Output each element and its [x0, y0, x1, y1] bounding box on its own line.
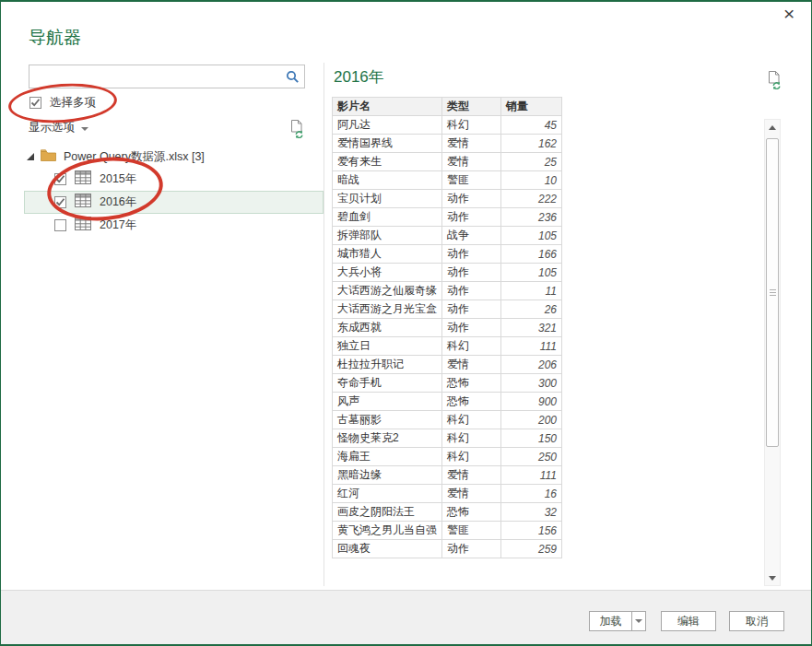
- cell-genre: 动作: [442, 282, 501, 300]
- select-multiple-checkbox[interactable]: [29, 97, 41, 109]
- cell-sales: 156: [501, 522, 562, 540]
- cell-sales: 105: [501, 264, 562, 282]
- cell-genre: 爱情: [442, 485, 501, 503]
- cell-movie-name: 大话西游之月光宝盒: [333, 300, 442, 319]
- cell-sales: 162: [501, 135, 562, 153]
- cell-genre: 爱情: [442, 153, 501, 171]
- table-icon: [75, 217, 91, 234]
- cell-movie-name: 暗战: [333, 171, 442, 190]
- select-multiple-row: 选择多项: [29, 95, 96, 110]
- refresh-preview-icon[interactable]: [768, 70, 783, 93]
- expand-triangle-icon[interactable]: [27, 153, 34, 160]
- cell-sales: 206: [501, 356, 562, 374]
- cell-movie-name: 大兵小将: [333, 264, 442, 282]
- cell-movie-name: 阿凡达: [333, 116, 442, 135]
- cell-genre: 科幻: [442, 448, 501, 466]
- cell-movie-name: 爱有来生: [333, 153, 442, 171]
- display-options-dropdown[interactable]: 显示选项: [29, 120, 88, 135]
- table-row: 爱情国界线 爱情 162: [333, 135, 562, 153]
- edit-button[interactable]: 编辑: [661, 611, 716, 631]
- cell-genre: 爱情: [442, 356, 501, 374]
- cell-sales: 111: [501, 466, 562, 485]
- table-row: 黄飞鸿之男儿当自强 警匪 156: [333, 522, 562, 540]
- table-row: 古墓丽影 科幻 200: [333, 411, 562, 429]
- cell-genre: 战争: [442, 227, 501, 245]
- load-button[interactable]: 加载: [589, 611, 632, 631]
- load-dropdown-button[interactable]: [631, 611, 646, 631]
- tree-item-checkbox[interactable]: [54, 173, 66, 185]
- cell-movie-name: 城市猎人: [333, 245, 442, 264]
- cell-genre: 动作: [442, 190, 501, 208]
- tree-item-checkbox[interactable]: [54, 196, 66, 208]
- table-row: 夺命手机 恐怖 300: [333, 374, 562, 393]
- cell-sales: 259: [501, 540, 562, 558]
- source-tree: Power Query数据源.xlsx [3] 2015年: [24, 146, 324, 237]
- cell-sales: 16: [501, 485, 562, 503]
- cell-genre: 爱情: [442, 466, 501, 485]
- table-row: 宝贝计划 动作 222: [333, 190, 562, 208]
- cell-genre: 警匪: [442, 522, 501, 540]
- cell-sales: 111: [501, 337, 562, 356]
- table-row: 爱有来生 爱情 25: [333, 153, 562, 171]
- cell-movie-name: 东成西就: [333, 319, 442, 337]
- cell-genre: 动作: [442, 300, 501, 319]
- cancel-button[interactable]: 取消: [729, 611, 784, 631]
- tree-item-row[interactable]: 2015年: [24, 168, 324, 191]
- table-icon: [75, 194, 91, 211]
- cell-sales: 25: [501, 153, 562, 171]
- tree-item-row[interactable]: 2017年: [24, 214, 324, 237]
- chevron-down-icon: [635, 619, 642, 623]
- panel-divider: [324, 63, 324, 586]
- cell-movie-name: 杜拉拉升职记: [333, 356, 442, 374]
- cell-movie-name: 回魂夜: [333, 540, 442, 558]
- scrollbar-thumb[interactable]: [766, 138, 779, 447]
- cell-sales: 321: [501, 319, 562, 337]
- folder-icon: [41, 148, 56, 165]
- table-row: 怪物史莱克2 科幻 150: [333, 429, 562, 448]
- table-row: 画皮之阴阳法王 恐怖 32: [333, 503, 562, 522]
- table-icon: [75, 170, 91, 188]
- preview-table-header-row: 影片名类型销量: [333, 98, 562, 116]
- table-row: 东成西就 动作 321: [333, 319, 562, 337]
- cell-sales: 900: [501, 393, 562, 411]
- search-icon[interactable]: [286, 70, 300, 88]
- cell-sales: 10: [501, 171, 562, 190]
- cell-movie-name: 碧血剑: [333, 208, 442, 227]
- preview-title: 2016年: [334, 66, 384, 88]
- page-title: 导航器: [29, 26, 81, 50]
- tree-item-label: 2015年: [100, 171, 136, 187]
- cell-movie-name: 怪物史莱克2: [333, 429, 442, 448]
- cell-movie-name: 海扁王: [333, 448, 442, 466]
- cell-genre: 科幻: [442, 411, 501, 429]
- table-row: 风声 恐怖 900: [333, 393, 562, 411]
- tree-item-label: 2016年: [100, 194, 136, 210]
- cell-movie-name: 红河: [333, 485, 442, 503]
- cell-genre: 爱情: [442, 135, 501, 153]
- table-row: 独立日 科幻 111: [333, 337, 562, 356]
- column-header: 影片名: [333, 98, 442, 116]
- tree-item-row[interactable]: 2016年: [24, 191, 324, 214]
- scrollbar-up-button[interactable]: [765, 121, 780, 134]
- cell-movie-name: 宝贝计划: [333, 190, 442, 208]
- search-input[interactable]: [33, 67, 284, 88]
- search-box: [29, 65, 305, 88]
- table-row: 大话西游之月光宝盒 动作 26: [333, 300, 562, 319]
- cell-sales: 236: [501, 208, 562, 227]
- table-row: 暗战 警匪 10: [333, 171, 562, 190]
- cell-sales: 200: [501, 411, 562, 429]
- preview-scrollbar[interactable]: [764, 119, 781, 586]
- display-options-label: 显示选项: [29, 120, 75, 135]
- tree-item-checkbox[interactable]: [54, 219, 66, 231]
- scrollbar-down-button[interactable]: [765, 571, 780, 584]
- cell-movie-name: 夺命手机: [333, 374, 442, 393]
- cell-sales: 166: [501, 245, 562, 264]
- cell-movie-name: 爱情国界线: [333, 135, 442, 153]
- tree-root-row[interactable]: Power Query数据源.xlsx [3]: [24, 146, 324, 168]
- cell-movie-name: 大话西游之仙履奇缘: [333, 282, 442, 300]
- chevron-down-icon: [81, 127, 88, 131]
- cell-sales: 250: [501, 448, 562, 466]
- refresh-source-icon[interactable]: [290, 119, 305, 142]
- cell-sales: 300: [501, 374, 562, 393]
- column-header: 销量: [501, 98, 562, 116]
- close-icon[interactable]: ×: [783, 4, 794, 24]
